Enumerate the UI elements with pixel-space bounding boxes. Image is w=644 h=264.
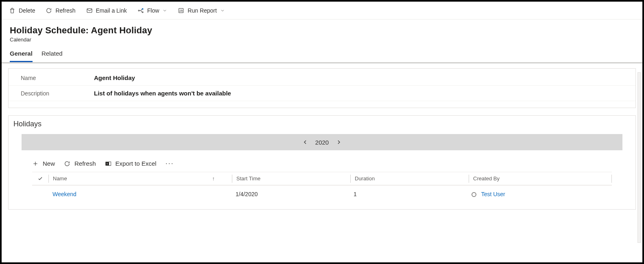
scrollbar[interactable] — [637, 72, 641, 243]
flow-button[interactable]: Flow — [136, 6, 169, 15]
table-row[interactable]: Weekend 1/4/2020 1 Test User — [32, 186, 612, 203]
chevron-down-icon — [162, 8, 167, 13]
column-name-label: Name — [53, 175, 67, 182]
page-header: Holiday Schedule: Agent Holiday Calendar — [2, 19, 642, 46]
refresh-label: Refresh — [55, 7, 75, 14]
field-name-label: Name — [21, 75, 94, 81]
run-report-button[interactable]: Run Report — [176, 6, 227, 15]
page-title: Holiday Schedule: Agent Holiday — [10, 25, 634, 36]
column-duration[interactable]: Duration — [351, 175, 469, 182]
column-created-by[interactable]: Created By — [469, 175, 611, 182]
holidays-panel: Holidays 2020 New Refresh — [8, 115, 636, 210]
column-name[interactable]: Name ↑ — [49, 175, 232, 182]
details-panel: Name Agent Holiday Description List of h… — [8, 68, 636, 108]
field-description-row[interactable]: Description List of holidays when agents… — [9, 86, 635, 101]
email-link-button[interactable]: Email a Link — [85, 6, 129, 15]
column-start-label: Start Time — [236, 175, 260, 182]
delete-button[interactable]: Delete — [7, 6, 37, 15]
svg-point-1 — [138, 10, 140, 11]
refresh-icon — [64, 160, 70, 167]
new-label: New — [43, 160, 55, 167]
page-subtitle: Calendar — [10, 37, 634, 43]
svg-point-2 — [142, 8, 143, 9]
sort-ascending-icon: ↑ — [212, 175, 215, 182]
new-button[interactable]: New — [32, 160, 55, 167]
plus-icon — [32, 160, 39, 167]
report-icon — [178, 7, 184, 14]
refresh-icon — [46, 7, 52, 14]
grid-refresh-label: Refresh — [74, 160, 96, 167]
year-prev-button[interactable] — [301, 138, 309, 146]
column-start-time[interactable]: Start Time — [232, 175, 350, 182]
mail-icon — [86, 7, 93, 14]
export-button[interactable]: X Export to Excel — [105, 160, 157, 167]
svg-text:X: X — [106, 162, 108, 165]
svg-rect-7 — [109, 162, 111, 165]
tab-list: General Related — [2, 46, 642, 63]
svg-point-3 — [142, 11, 143, 13]
year-navigator: 2020 — [22, 134, 622, 150]
column-duration-label: Duration — [355, 175, 375, 182]
form-region: Name Agent Holiday Description List of h… — [2, 63, 642, 254]
holiday-name-link[interactable]: Weekend — [52, 191, 76, 197]
flow-icon — [138, 7, 144, 14]
more-commands-button[interactable]: ··· — [165, 159, 174, 168]
field-description-value: List of holidays when agents won't be av… — [94, 90, 231, 97]
trash-icon — [9, 7, 15, 14]
grid-header: Name ↑ Start Time Duration Created By — [32, 172, 612, 186]
tab-related[interactable]: Related — [41, 50, 63, 62]
flow-label: Flow — [147, 7, 159, 14]
holidays-grid: Name ↑ Start Time Duration Created By — [32, 172, 612, 203]
refresh-button[interactable]: Refresh — [44, 6, 77, 15]
email-link-label: Email a Link — [96, 7, 127, 14]
delete-label: Delete — [19, 7, 35, 14]
command-bar: Delete Refresh Email a Link Flow Run Rep… — [2, 2, 642, 19]
select-all-checkbox[interactable] — [32, 176, 48, 182]
field-name-row[interactable]: Name Agent Holiday — [9, 70, 635, 86]
chevron-down-icon — [220, 8, 225, 13]
svg-rect-0 — [87, 9, 92, 12]
cell-duration: 1 — [349, 191, 467, 197]
created-by-link[interactable]: Test User — [481, 191, 505, 197]
holidays-title: Holidays — [9, 117, 635, 134]
year-value: 2020 — [315, 139, 329, 146]
presence-icon — [472, 192, 476, 197]
grid-refresh-button[interactable]: Refresh — [64, 160, 96, 167]
holidays-command-bar: New Refresh X Export to Excel ··· — [9, 158, 635, 172]
cell-start-time: 1/4/2020 — [231, 191, 349, 197]
run-report-label: Run Report — [188, 7, 217, 14]
excel-icon: X — [105, 160, 111, 167]
year-next-button[interactable] — [335, 138, 343, 146]
field-description-label: Description — [21, 90, 94, 97]
column-created-by-label: Created By — [473, 175, 500, 182]
export-label: Export to Excel — [116, 160, 157, 167]
field-name-value: Agent Holiday — [94, 74, 135, 81]
tab-general[interactable]: General — [10, 50, 33, 62]
